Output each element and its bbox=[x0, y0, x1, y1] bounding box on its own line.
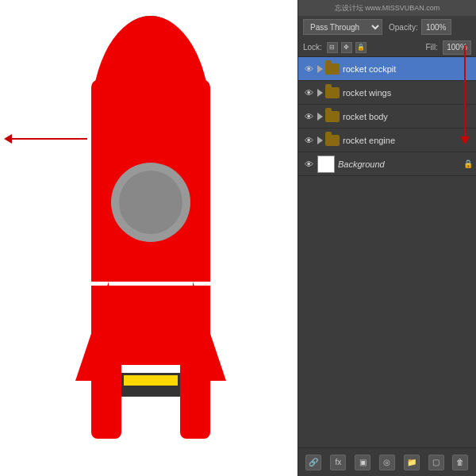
layer-item-rocket-engine[interactable]: 👁 rocket engine bbox=[298, 129, 476, 152]
layer-name: rocket body bbox=[343, 112, 473, 121]
layer-mask-button[interactable]: ◎ bbox=[379, 455, 395, 470]
opacity-input[interactable] bbox=[421, 19, 451, 35]
eye-icon[interactable]: 👁 bbox=[301, 157, 316, 171]
layers-panel: 忘设计坛 www.MISSVUBAN.com Pass Through Opac… bbox=[298, 0, 476, 476]
layer-item-rocket-wings[interactable]: 👁 rocket wings bbox=[298, 81, 476, 105]
lock-label: Lock: bbox=[303, 43, 322, 52]
layer-item-rocket-body[interactable]: 👁 rocket body bbox=[298, 105, 476, 129]
expand-icon[interactable] bbox=[317, 136, 323, 144]
rocket-body-main bbox=[91, 79, 210, 286]
layer-item-rocket-cockpit[interactable]: 👁 rocket cockpit bbox=[298, 57, 476, 81]
new-fill-layer-button[interactable]: ▣ bbox=[355, 455, 370, 470]
new-layer-button[interactable]: ▢ bbox=[428, 455, 444, 470]
porthole-outer bbox=[111, 163, 190, 242]
panel-bottombar: 🔗 fx ▣ ◎ 📁 ▢ 🗑 bbox=[298, 447, 476, 476]
expand-icon[interactable] bbox=[317, 113, 323, 121]
layer-name: rocket engine bbox=[343, 136, 473, 145]
layer-name: Background bbox=[338, 159, 463, 169]
folder-icon bbox=[325, 63, 340, 75]
panel-topbar: 忘设计坛 www.MISSVUBAN.com bbox=[298, 0, 476, 16]
lock-row: Lock: ⊟ ✥ 🔒 Fill: bbox=[298, 38, 476, 57]
folder-icon bbox=[325, 111, 340, 122]
topbar-text: 忘设计坛 www.MISSVUBAN.com bbox=[335, 3, 440, 13]
background-thumbnail bbox=[317, 155, 335, 173]
expand-icon[interactable] bbox=[317, 65, 323, 73]
delete-layer-button[interactable]: 🗑 bbox=[452, 455, 468, 470]
new-folder-button[interactable]: 📁 bbox=[404, 455, 420, 470]
layer-name: rocket wings bbox=[343, 88, 473, 98]
folder-icon bbox=[325, 87, 340, 98]
layer-item-background[interactable]: 👁 Background 🔒 bbox=[298, 152, 476, 176]
folder-icon bbox=[325, 135, 340, 146]
lock-pixels-icon[interactable]: ⊟ bbox=[327, 42, 338, 53]
exhaust-block bbox=[121, 373, 180, 397]
arrow-line bbox=[12, 138, 87, 140]
eye-icon[interactable]: 👁 bbox=[301, 86, 316, 100]
layer-list: 👁 rocket cockpit 👁 rocket wings 👁 rocket… bbox=[298, 57, 476, 176]
opacity-label: Opacity: bbox=[389, 23, 418, 32]
lock-icon: 🔒 bbox=[463, 159, 473, 168]
lock-position-icon[interactable]: ✥ bbox=[341, 42, 352, 53]
layer-effects-button[interactable]: fx bbox=[330, 455, 346, 470]
porthole-inner bbox=[119, 171, 182, 234]
red-arrow-head bbox=[460, 136, 470, 144]
lock-icons: ⊟ ✥ 🔒 bbox=[327, 42, 367, 53]
engine-leg-left bbox=[91, 363, 121, 439]
porthole-arrow bbox=[4, 133, 95, 144]
red-arrow-line bbox=[464, 45, 466, 136]
layer-name: rocket cockpit bbox=[343, 64, 473, 74]
eye-icon[interactable]: 👁 bbox=[301, 133, 316, 148]
expand-icon[interactable] bbox=[317, 89, 323, 97]
mode-row: Pass Through Opacity: bbox=[298, 16, 476, 38]
rocket-illustration bbox=[75, 16, 226, 460]
engine-leg-right bbox=[180, 363, 210, 439]
blend-mode-select[interactable]: Pass Through bbox=[303, 19, 382, 35]
exhaust-stripe bbox=[124, 386, 178, 394]
arrow-head-icon bbox=[4, 134, 12, 144]
canvas-area bbox=[0, 0, 298, 476]
lock-all-icon[interactable]: 🔒 bbox=[355, 42, 367, 53]
link-layers-button[interactable]: 🔗 bbox=[305, 455, 321, 470]
eye-icon[interactable]: 👁 bbox=[301, 109, 316, 124]
red-indicator-arrow bbox=[460, 45, 470, 144]
eye-icon[interactable]: 👁 bbox=[301, 62, 316, 76]
fill-label: Fill: bbox=[425, 43, 438, 52]
